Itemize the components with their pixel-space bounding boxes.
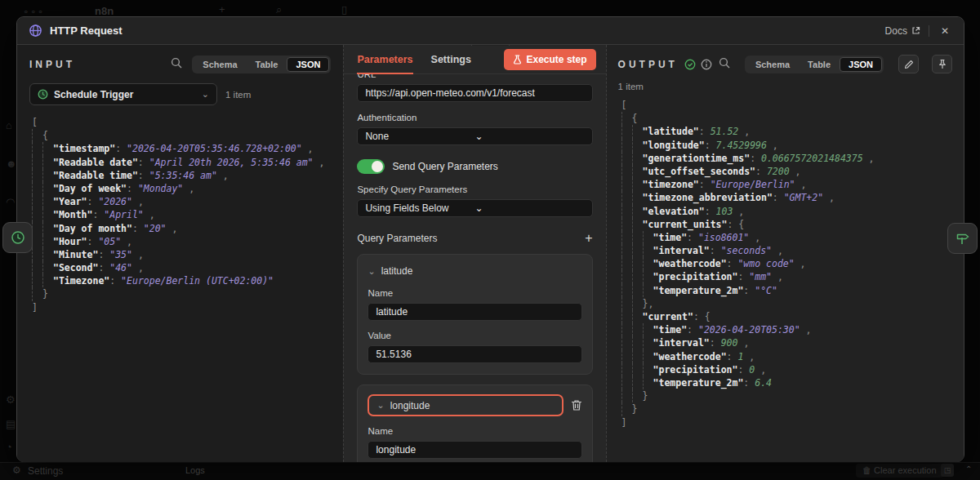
chevron-down-icon: ⌄: [368, 266, 375, 277]
input-search-icon[interactable]: [171, 57, 182, 72]
parameter-name-input[interactable]: [368, 441, 581, 459]
globe-icon: [29, 24, 42, 38]
chevron-down-icon: ⌄: [376, 400, 384, 411]
add-icon[interactable]: +: [219, 3, 225, 16]
input-connector-schedule-trigger[interactable]: [2, 222, 33, 253]
clock-icon: [38, 89, 48, 100]
specify-query-parameters-label: Specify Query Parameters: [357, 184, 592, 194]
name-label: Name: [368, 288, 581, 298]
url-input[interactable]: [357, 84, 592, 102]
docs-link[interactable]: Docs: [885, 25, 920, 37]
signpost-icon: [955, 230, 971, 247]
pin-icon: [938, 59, 947, 69]
input-source-select[interactable]: Schedule Trigger ⌄: [29, 83, 217, 105]
search-icon[interactable]: ⌕: [276, 3, 282, 16]
success-check-icon: [684, 59, 696, 70]
output-items-count: 1 item: [618, 82, 952, 91]
node-tabs: Parameters Settings Execute step: [344, 45, 605, 74]
parameters-form: URL Authentication None ⌄ Send Query Par…: [344, 74, 605, 462]
help-icon[interactable]: ◔: [6, 441, 12, 453]
execute-step-button[interactable]: Execute step: [504, 49, 596, 70]
input-view-tabs: Schema Table JSON: [192, 56, 331, 73]
input-panel: INPUT Schema Table JSON Schedule Trigger: [17, 45, 343, 462]
header-divider: [929, 25, 929, 37]
parameter-card-longitude: ⌄ longitude Name Value: [357, 384, 592, 462]
open-logs-icon[interactable]: ◳: [941, 464, 954, 477]
input-json-view: [{"timestamp": "2026-04-20T05:35:46.728+…: [29, 116, 331, 314]
input-panel-title: INPUT: [29, 59, 75, 70]
parameters-panel: Parameters Settings Execute step URL Aut…: [343, 45, 606, 462]
delete-parameter-icon[interactable]: [571, 399, 582, 411]
tab-output-json[interactable]: JSON: [840, 57, 882, 72]
authentication-label: Authentication: [357, 113, 592, 122]
send-query-parameters-toggle[interactable]: [357, 159, 385, 174]
tab-input-json[interactable]: JSON: [287, 57, 329, 72]
tab-input-schema[interactable]: Schema: [194, 57, 246, 72]
clipboard-icon[interactable]: ▯: [341, 3, 347, 16]
name-label: Name: [368, 426, 581, 436]
chevron-down-icon: ⌄: [475, 131, 585, 142]
settings-gear-icon: ⚙: [12, 464, 21, 476]
home-icon[interactable]: ⌂: [6, 119, 12, 131]
logs-bar[interactable]: [0, 462, 980, 480]
chevron-down-icon: ⌄: [202, 89, 209, 100]
flask-icon: [513, 55, 522, 64]
parameter-name-input[interactable]: [368, 303, 581, 321]
query-parameters-label: Query Parameters: [357, 233, 437, 244]
value-label: Value: [368, 331, 581, 340]
output-view-tabs: Schema Table JSON: [745, 56, 884, 73]
input-items-count: 1 item: [225, 90, 251, 100]
logs-label[interactable]: Logs: [185, 465, 205, 475]
output-connector[interactable]: [947, 223, 978, 254]
output-json-view: [{"latitude": 51.52 ,"longitude": 7.4529…: [618, 99, 952, 429]
templates-icon[interactable]: ▤: [6, 418, 16, 430]
clock-icon: [11, 230, 25, 245]
collapse-logs-icon[interactable]: ⌃: [965, 464, 972, 473]
chevron-down-icon: ⌄: [475, 202, 585, 214]
node-title: HTTP Request: [50, 24, 122, 37]
output-panel: OUTPUT Schema T: [607, 45, 964, 462]
close-icon[interactable]: ✕: [938, 24, 952, 38]
tab-output-schema[interactable]: Schema: [746, 57, 799, 72]
tab-parameters[interactable]: Parameters: [357, 45, 412, 74]
tab-input-table[interactable]: Table: [247, 57, 287, 72]
info-icon[interactable]: [701, 59, 712, 70]
gear-icon[interactable]: ⚙: [6, 393, 16, 406]
brand-label: n8n: [95, 5, 114, 17]
pin-data-button[interactable]: [932, 55, 952, 73]
output-panel-title: OUTPUT: [618, 59, 678, 70]
parameter-value-input[interactable]: [368, 345, 581, 363]
parameter-card-latitude: ⌄ latitude Name Value: [357, 254, 592, 375]
pencil-icon: [904, 60, 914, 69]
clear-execution-button[interactable]: 🗑 Clear execution: [856, 464, 943, 478]
node-detail-modal: HTTP Request Docs ✕ INPUT Sch: [16, 16, 964, 462]
modal-header: HTTP Request Docs ✕: [17, 17, 964, 45]
specify-query-parameters-select[interactable]: Using Fields Below ⌄: [357, 199, 592, 217]
output-search-icon[interactable]: [719, 57, 730, 72]
sidebar-item-settings[interactable]: Settings: [28, 465, 63, 477]
authentication-select[interactable]: None ⌄: [357, 127, 592, 145]
external-link-icon: [911, 26, 920, 35]
parameter-collapse-latitude[interactable]: ⌄ latitude: [368, 264, 412, 278]
tab-settings[interactable]: Settings: [431, 45, 471, 74]
url-label: URL: [357, 74, 592, 79]
user-icon[interactable]: ☻: [6, 158, 17, 170]
parameter-collapse-longitude[interactable]: ⌄ longitude: [368, 394, 563, 416]
tab-output-table[interactable]: Table: [799, 57, 840, 72]
edit-output-button[interactable]: [898, 55, 919, 73]
send-query-parameters-label: Send Query Parameters: [392, 161, 497, 172]
add-parameter-icon[interactable]: +: [585, 233, 592, 244]
bell-icon[interactable]: ◠: [6, 196, 15, 208]
